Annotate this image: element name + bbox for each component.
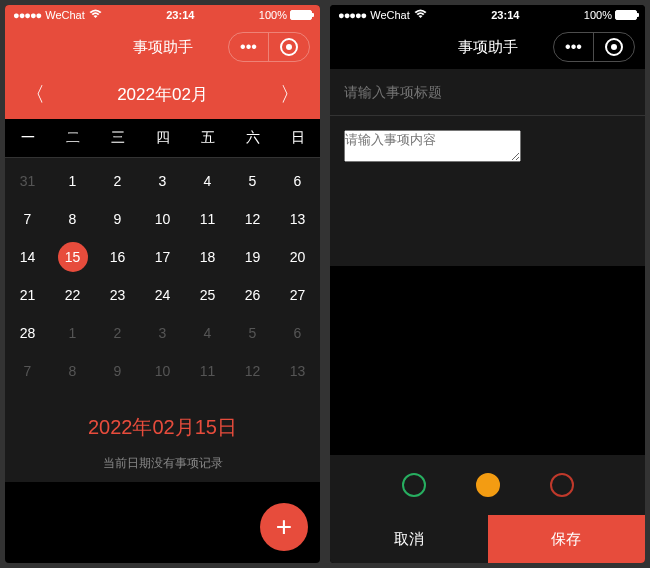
calendar-day[interactable]: 26	[230, 276, 275, 314]
calendar-day[interactable]: 24	[140, 276, 185, 314]
calendar-day[interactable]: 25	[185, 276, 230, 314]
close-button[interactable]	[594, 33, 634, 61]
color-option-red[interactable]	[550, 473, 574, 497]
calendar-day[interactable]: 13	[275, 352, 320, 390]
calendar-day[interactable]: 18	[185, 238, 230, 276]
phone-add-item: ●●●●● WeChat 23:14 100% 事项助手 •••	[330, 5, 645, 563]
wifi-icon	[414, 9, 427, 21]
carrier-label: WeChat	[370, 9, 410, 21]
empty-records-text: 当前日期没有事项记录	[5, 455, 320, 472]
calendar-day[interactable]: 7	[5, 200, 50, 238]
capsule-menu: •••	[553, 32, 635, 62]
weekday-label: 一	[5, 119, 50, 157]
calendar-day[interactable]: 13	[275, 200, 320, 238]
month-nav: 〈 2022年02月 〉	[5, 69, 320, 119]
calendar-day[interactable]: 4	[185, 162, 230, 200]
title-input-row	[330, 69, 645, 116]
next-month-button[interactable]: 〉	[280, 81, 300, 108]
month-title: 2022年02月	[117, 83, 208, 106]
nav-bar: 事项助手 •••	[5, 25, 320, 69]
calendar-day[interactable]: 12	[230, 352, 275, 390]
status-time: 23:14	[427, 9, 584, 21]
close-button[interactable]	[269, 33, 309, 61]
menu-button[interactable]: •••	[554, 33, 594, 61]
calendar-day[interactable]: 14	[5, 238, 50, 276]
status-time: 23:14	[102, 9, 259, 21]
weekday-header: 一二三四五六日	[5, 119, 320, 158]
selected-date-label: 2022年02月15日	[5, 414, 320, 441]
calendar-day[interactable]: 8	[50, 200, 95, 238]
calendar-day[interactable]: 8	[50, 352, 95, 390]
calendar-day[interactable]: 11	[185, 200, 230, 238]
weekday-label: 二	[50, 119, 95, 157]
signal-dots-icon: ●●●●●	[338, 9, 366, 21]
form-actions: 取消 保存	[330, 515, 645, 563]
calendar-day[interactable]: 5	[230, 314, 275, 352]
carrier-label: WeChat	[45, 9, 85, 21]
calendar-day[interactable]: 22	[50, 276, 95, 314]
weekday-label: 六	[230, 119, 275, 157]
calendar-day[interactable]: 7	[5, 352, 50, 390]
form-spacer	[330, 266, 645, 455]
title-input[interactable]	[344, 84, 631, 100]
calendar-day[interactable]: 3	[140, 162, 185, 200]
signal-dots-icon: ●●●●●	[13, 9, 41, 21]
calendar-day[interactable]: 11	[185, 352, 230, 390]
calendar-day[interactable]: 31	[5, 162, 50, 200]
date-detail: 2022年02月15日 当前日期没有事项记录	[5, 394, 320, 482]
content-input-row	[330, 116, 645, 266]
calendar-day[interactable]: 21	[5, 276, 50, 314]
app-title: 事项助手	[458, 38, 518, 57]
battery-icon	[615, 10, 637, 20]
weekday-label: 日	[275, 119, 320, 157]
calendar-day[interactable]: 23	[95, 276, 140, 314]
calendar-day[interactable]: 20	[275, 238, 320, 276]
save-button[interactable]: 保存	[488, 515, 646, 563]
wifi-icon	[89, 9, 102, 21]
status-bar: ●●●●● WeChat 23:14 100%	[5, 5, 320, 25]
add-item-form: 取消 保存	[330, 69, 645, 563]
calendar-day[interactable]: 15	[50, 238, 95, 276]
color-option-orange[interactable]	[476, 473, 500, 497]
calendar-day[interactable]: 3	[140, 314, 185, 352]
phone-calendar: ●●●●● WeChat 23:14 100% 事项助手 ••• 〈 2022年…	[5, 5, 320, 563]
calendar-day[interactable]: 28	[5, 314, 50, 352]
calendar-day[interactable]: 5	[230, 162, 275, 200]
cancel-button[interactable]: 取消	[330, 515, 488, 563]
weekday-label: 四	[140, 119, 185, 157]
color-option-green[interactable]	[402, 473, 426, 497]
calendar-grid: 3112345678910111213141516171819202122232…	[5, 158, 320, 394]
calendar-day[interactable]: 4	[185, 314, 230, 352]
add-item-button[interactable]: +	[260, 503, 308, 551]
target-icon	[605, 38, 623, 56]
capsule-menu: •••	[228, 32, 310, 62]
calendar-day[interactable]: 12	[230, 200, 275, 238]
calendar-day[interactable]: 2	[95, 162, 140, 200]
calendar-day[interactable]: 10	[140, 200, 185, 238]
calendar-day[interactable]: 1	[50, 314, 95, 352]
calendar-day[interactable]: 19	[230, 238, 275, 276]
calendar-day[interactable]: 9	[95, 352, 140, 390]
battery-pct: 100%	[259, 9, 287, 21]
calendar-day[interactable]: 10	[140, 352, 185, 390]
status-bar: ●●●●● WeChat 23:14 100%	[330, 5, 645, 25]
weekday-label: 三	[95, 119, 140, 157]
app-title: 事项助手	[133, 38, 193, 57]
calendar-day[interactable]: 27	[275, 276, 320, 314]
calendar-day[interactable]: 17	[140, 238, 185, 276]
prev-month-button[interactable]: 〈	[25, 81, 45, 108]
calendar-day[interactable]: 6	[275, 314, 320, 352]
battery-icon	[290, 10, 312, 20]
nav-bar: 事项助手 •••	[330, 25, 645, 69]
battery-pct: 100%	[584, 9, 612, 21]
menu-button[interactable]: •••	[229, 33, 269, 61]
calendar-day[interactable]: 9	[95, 200, 140, 238]
calendar-day[interactable]: 1	[50, 162, 95, 200]
weekday-label: 五	[185, 119, 230, 157]
calendar-day[interactable]: 16	[95, 238, 140, 276]
calendar-day[interactable]: 6	[275, 162, 320, 200]
content-input[interactable]	[344, 130, 521, 162]
calendar-day[interactable]: 2	[95, 314, 140, 352]
color-picker	[330, 455, 645, 515]
target-icon	[280, 38, 298, 56]
